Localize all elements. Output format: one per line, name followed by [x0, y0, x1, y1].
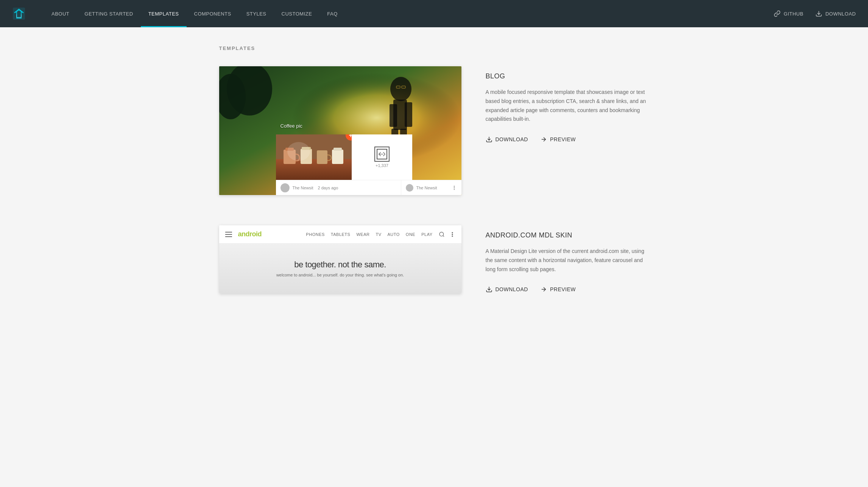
android-name: ANDROID.COM MDL SKIN [486, 231, 649, 239]
blog-preview-button[interactable]: Preview [540, 136, 576, 143]
blog-info: BLOG A mobile focused responsive templat… [486, 66, 649, 143]
svg-point-26 [454, 189, 455, 190]
link-icon [774, 10, 781, 17]
hamburger-icon[interactable] [225, 232, 232, 237]
logo[interactable] [12, 7, 26, 20]
android-hero: be together. not the same. welcome to an… [219, 244, 461, 293]
android-nav-auto[interactable]: AUTO [387, 232, 399, 237]
android-preview-button[interactable]: Preview [540, 286, 576, 293]
download-icon [486, 136, 492, 143]
svg-rect-18 [301, 149, 312, 164]
blog-actions: Download Preview [486, 136, 649, 143]
blog-avatar [281, 183, 290, 192]
blog-icon-panel: +1,337 [352, 134, 412, 180]
svg-rect-21 [332, 150, 343, 164]
svg-point-24 [454, 186, 455, 187]
download-icon2 [486, 286, 492, 293]
share-icon [378, 150, 386, 158]
header-download-link[interactable]: Download [815, 10, 856, 17]
android-info: ANDROID.COM MDL SKIN A Material Design L… [486, 225, 649, 293]
android-sub: welcome to android... be yourself. do yo… [276, 273, 404, 277]
template-android-item: android PHONES TABLETS WEAR TV AUTO ONE … [219, 225, 649, 293]
svg-point-25 [454, 187, 455, 188]
svg-rect-19 [302, 147, 311, 150]
nav-customize[interactable]: CUSTOMIZE [274, 0, 320, 27]
svg-rect-22 [333, 148, 342, 151]
nav-styles[interactable]: STYLES [239, 0, 274, 27]
blog-name: BLOG [486, 72, 649, 80]
blog-thumb-svg [276, 134, 352, 180]
android-search-icon[interactable] [439, 231, 445, 237]
android-icons [439, 231, 455, 237]
svg-point-33 [452, 236, 453, 236]
android-more-icon[interactable] [449, 231, 455, 237]
header: ABOUT GETTING STARTED TEMPLATES COMPONEN… [0, 0, 868, 27]
blog-avatar2 [406, 184, 413, 192]
android-nav-links: PHONES TABLETS WEAR TV AUTO ONE PLAY [306, 232, 432, 237]
android-nav-phones[interactable]: PHONES [306, 232, 324, 237]
svg-point-31 [452, 232, 453, 233]
blog-photo-caption: Coffee pic [281, 123, 302, 129]
blog-thumb: + [276, 134, 352, 180]
logo-icon [12, 7, 26, 20]
blog-footer2: The Newsit [401, 180, 461, 195]
android-nav-play[interactable]: PLAY [421, 232, 432, 237]
main-nav: ABOUT GETTING STARTED TEMPLATES COMPONEN… [44, 0, 774, 27]
svg-rect-8 [390, 104, 397, 127]
download-icon [815, 10, 822, 17]
blog-post-title: The Newsit [293, 186, 313, 190]
page-title: TEMPLATES [219, 45, 649, 51]
android-tagline: be together. not the same. [294, 260, 386, 270]
main-content: TEMPLATES [207, 27, 661, 342]
blog-post-date: 2 days ago [318, 186, 338, 190]
template-blog-item: + +1,337 [219, 66, 649, 195]
arrow-right-icon2 [540, 286, 547, 293]
blog-preview: + +1,337 [219, 66, 461, 195]
more-icon[interactable] [452, 185, 457, 190]
svg-rect-16 [284, 150, 296, 164]
nav-getting-started[interactable]: GETTING STARTED [77, 0, 140, 27]
svg-point-29 [439, 232, 444, 236]
blog-count: +1,337 [376, 163, 388, 168]
android-download-button[interactable]: Download [486, 286, 528, 293]
nav-faq[interactable]: FAQ [319, 0, 345, 27]
blog-share-icon [374, 147, 390, 162]
svg-line-30 [443, 236, 444, 237]
github-link[interactable]: GitHub [774, 10, 803, 17]
blog-description: A mobile focused responsive template tha… [486, 88, 649, 124]
svg-rect-20 [317, 150, 327, 164]
svg-rect-9 [405, 102, 412, 127]
android-logo: android [238, 230, 262, 238]
blog-post-title2: The Newsit [416, 186, 437, 190]
android-nav-wear[interactable]: WEAR [356, 232, 369, 237]
blog-footer: The Newsit 2 days ago [276, 180, 412, 195]
android-nav-tv[interactable]: TV [376, 232, 381, 237]
nav-components[interactable]: COMPONENTS [187, 0, 239, 27]
header-actions: GitHub Download [774, 10, 856, 17]
svg-point-32 [452, 234, 453, 235]
svg-point-6 [390, 77, 411, 101]
svg-rect-17 [285, 148, 294, 151]
blog-overlay-panel: + +1,337 [276, 134, 412, 195]
nav-about[interactable]: ABOUT [44, 0, 77, 27]
arrow-right-icon [540, 136, 547, 143]
android-nav-tablets[interactable]: TABLETS [331, 232, 351, 237]
android-navbar: android PHONES TABLETS WEAR TV AUTO ONE … [219, 225, 461, 244]
android-preview: android PHONES TABLETS WEAR TV AUTO ONE … [219, 225, 461, 293]
blog-overlay-top: + +1,337 [276, 134, 412, 180]
blog-download-button[interactable]: Download [486, 136, 528, 143]
android-description: A Material Design Lite version of the cu… [486, 247, 649, 274]
android-nav-one[interactable]: ONE [406, 232, 415, 237]
android-actions: Download Preview [486, 286, 649, 293]
nav-templates[interactable]: TEMPLATES [141, 0, 187, 27]
